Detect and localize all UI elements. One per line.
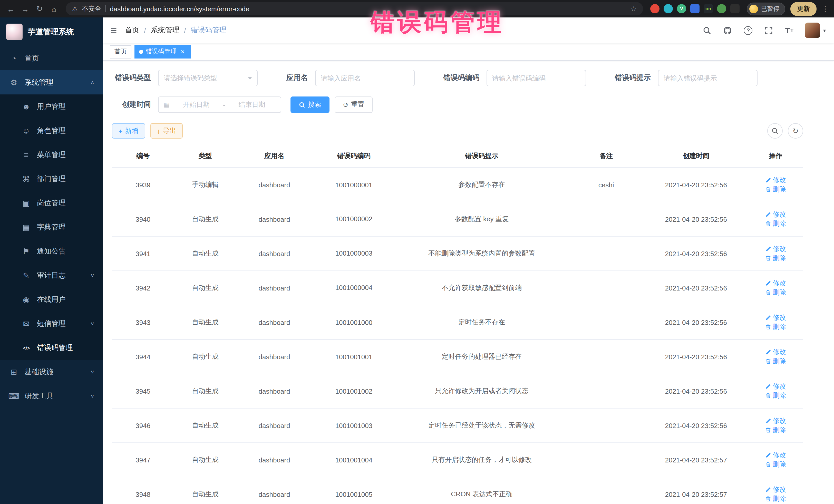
sidebar-item-dev-tools[interactable]: ⌨ 研发工具 ∨ [0,384,103,408]
cell-app: dashboard [236,477,312,504]
search-button[interactable]: 搜索 [290,96,329,113]
tampermonkey-icon[interactable] [730,4,740,13]
edit-button[interactable]: 修改 [765,382,786,391]
sidebar-item-departments[interactable]: ⌘ 部门管理 [0,167,103,191]
address-bar[interactable]: ⚠ 不安全 dashboard.yudao.iocoder.cn/system/… [66,2,643,15]
edit-button[interactable]: 修改 [765,210,786,219]
edit-button[interactable]: 修改 [765,451,786,460]
edit-button[interactable]: 修改 [765,279,786,288]
edit-button[interactable]: 修改 [765,485,786,494]
search-icon[interactable] [702,25,712,36]
sidebar-item-audit-logs[interactable]: ✎ 审计日志 ∨ [0,263,103,287]
export-button[interactable]: ↓ 导出 [150,123,183,138]
edit-button[interactable]: 修改 [765,176,786,185]
sidebar-item-menus[interactable]: ≡ 菜单管理 [0,143,103,167]
edit-button[interactable]: 修改 [765,416,786,425]
octotree-icon[interactable] [717,4,726,13]
cell-msg: 不能删除类型为系统内置的参数配置 [395,236,568,271]
edit-button[interactable]: 修改 [765,244,786,254]
profile-chip[interactable]: 已暂停 [747,2,785,15]
view-tab[interactable]: 错误码管理 × [134,45,191,58]
cell-code: 1001000001 [312,168,395,202]
sidebar-toggle-icon[interactable]: ≡ [111,24,117,36]
colorpicker-icon[interactable] [664,4,673,13]
edit-button[interactable]: 修改 [765,313,786,322]
sidebar-item-posts[interactable]: ▣ 岗位管理 [0,191,103,215]
app-logo[interactable]: 芋道管理系统 [0,18,103,46]
close-icon[interactable]: × [179,48,186,55]
proxy-icon[interactable] [690,4,700,13]
delete-button[interactable]: 删除 [765,254,786,263]
delete-button[interactable]: 删除 [765,288,786,297]
chevron-icon: ∨ [90,321,94,326]
delete-button[interactable]: 删除 [765,185,786,194]
delete-button[interactable]: 删除 [765,494,786,503]
sidebar-item-online-users[interactable]: ◉ 在线用户 [0,287,103,311]
sidebar-item-infrastructure[interactable]: ⊞ 基础设施 ∨ [0,360,103,384]
refresh-button[interactable]: ↻ [788,123,803,138]
github-icon[interactable] [723,25,733,36]
view-tab[interactable]: 首页 [110,45,131,58]
reload-button[interactable]: ↻ [33,2,46,15]
cell-time: 2021-04-20 23:52:56 [644,202,748,236]
home-button[interactable]: ⌂ [47,2,61,15]
sidebar-item-sms[interactable]: ✉ 短信管理 ∨ [0,311,103,336]
error-type-select[interactable]: 请选择错误码类型 [158,70,258,86]
dept-icon: ⌘ [21,174,32,183]
url-text[interactable]: dashboard.yudao.iocoder.cn/system/error-… [110,5,249,13]
end-date-placeholder[interactable]: 结束日期 [228,100,276,109]
add-button[interactable]: + 新增 [112,123,145,138]
avatar[interactable]: ▾ [805,23,826,38]
sidebar-item-users[interactable]: ☻ 用户管理 [0,94,103,118]
sidebar-item-error-codes[interactable]: </> 错误码管理 [0,336,103,360]
onetab-icon[interactable]: on [704,4,713,13]
breadcrumb-item-system[interactable]: 系统管理 [151,26,179,35]
app-name-input[interactable] [321,74,409,82]
cell-app: dashboard [236,339,312,374]
date-range-picker[interactable]: ▦ 开始日期 - 结束日期 [158,96,281,113]
font-size-icon[interactable]: TT [784,25,794,36]
sidebar-item-dictionaries[interactable]: ▤ 字典管理 [0,215,103,239]
cell-app: dashboard [236,168,312,202]
cell-app: dashboard [236,374,312,408]
back-button[interactable]: ← [4,2,18,15]
breadcrumb-item-home[interactable]: 首页 [125,26,139,35]
dict-icon: ▤ [21,222,32,232]
delete-button[interactable]: 删除 [765,391,786,400]
cell-id: 3945 [112,374,174,408]
delete-button[interactable]: 删除 [765,460,786,469]
cell-id: 3946 [112,408,174,443]
cell-app: dashboard [236,305,312,339]
sidebar-menu: ◔ 首页 ⚙ 系统管理 ∧ ☻ 用户管理 ☺ 角色管理 ≡ 菜单管理 ⌘ 部门管… [0,46,103,408]
chevron-icon: ∧ [90,80,94,85]
sidebar-item-system[interactable]: ⚙ 系统管理 ∧ [0,70,103,94]
update-button[interactable]: 更新 [790,2,816,16]
cell-code: 1001000003 [312,236,395,271]
delete-button[interactable]: 删除 [765,425,786,435]
filter-label-msg: 错误码提示 [615,73,651,83]
kebab-menu-icon[interactable]: ⋮ [822,5,829,13]
cell-actions: 修改 删除 [748,339,803,374]
cell-time: 2021-04-20 23:52:56 [644,339,748,374]
toggle-search-button[interactable] [767,123,783,138]
delete-button[interactable]: 删除 [765,322,786,332]
delete-button[interactable]: 删除 [765,357,786,366]
help-icon[interactable]: ? [743,25,753,36]
error-msg-input[interactable] [664,74,752,82]
bookmark-star-icon[interactable]: ☆ [631,5,637,13]
infra-icon: ⊞ [8,367,20,376]
reset-button[interactable]: ↺ 重置 [335,96,373,113]
sidebar-item-home[interactable]: ◔ 首页 [0,46,103,70]
cell-memo [568,305,644,339]
error-code-input[interactable] [492,74,580,82]
start-date-placeholder[interactable]: 开始日期 [173,100,220,109]
delete-button[interactable]: 删除 [765,219,786,228]
vue-devtools-icon[interactable]: V [677,4,686,13]
sidebar-item-notices[interactable]: ⚑ 通知公告 [0,239,103,263]
fullscreen-icon[interactable] [764,25,774,36]
edit-button[interactable]: 修改 [765,348,786,357]
sidebar-item-roles[interactable]: ☺ 角色管理 [0,118,103,143]
adguard-icon[interactable] [650,4,659,13]
download-icon: ↓ [157,127,160,135]
forward-button[interactable]: → [19,2,32,15]
